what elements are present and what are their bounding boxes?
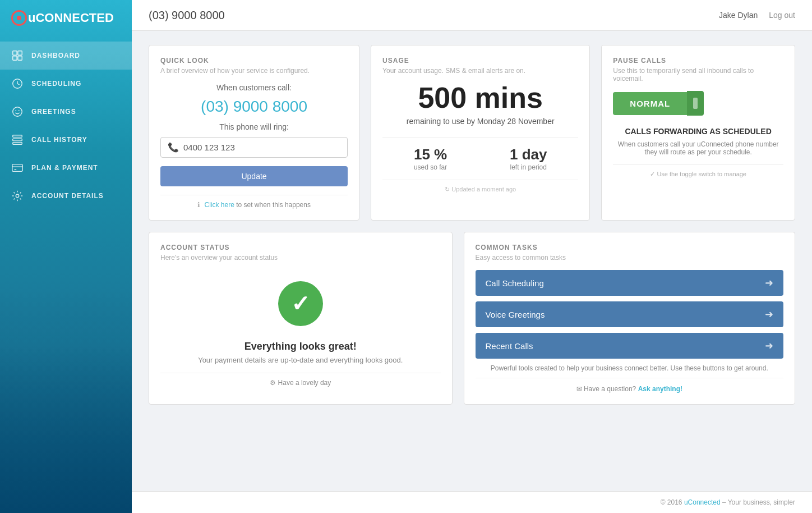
usage-stat-percent: 15 % used so far bbox=[414, 146, 447, 171]
usage-percent-label: used so far bbox=[414, 163, 447, 171]
bottom-cards-row: ACCOUNT STATUS Here's an overview your a… bbox=[149, 232, 795, 405]
normal-toggle-button[interactable]: NORMAL bbox=[613, 92, 687, 115]
sidebar-item-dashboard[interactable]: Dashboard bbox=[0, 42, 132, 70]
usage-card: USAGE Your account usage. SMS & email al… bbox=[371, 45, 590, 221]
arrow-icon-2: ➜ bbox=[765, 340, 773, 352]
display-number: (03) 9000 8000 bbox=[160, 98, 348, 116]
pause-calls-title: PAUSE CALLS bbox=[613, 57, 783, 65]
main-area: (03) 9000 8000 Jake Dylan Log out QUICK … bbox=[132, 0, 812, 513]
toggle-row: NORMAL bbox=[613, 91, 783, 116]
page-footer: © 2016 uConnected – Your business, simpl… bbox=[132, 491, 812, 513]
forwarding-desc: When customers call your uConnected phon… bbox=[613, 140, 783, 156]
logo-text: uCONNECTED bbox=[28, 11, 114, 25]
logo-icon bbox=[11, 10, 27, 26]
svg-point-6 bbox=[15, 110, 16, 111]
account-status-title: ACCOUNT STATUS bbox=[160, 244, 441, 251]
usage-stats: 15 % used so far 1 day left in period bbox=[382, 137, 578, 171]
settings-icon: ⚙ bbox=[270, 379, 276, 387]
header-phone-number: (03) 9000 8000 bbox=[149, 9, 225, 22]
recent-calls-button[interactable]: Recent Calls ➜ bbox=[476, 333, 783, 359]
usage-updated-text: Updated a moment ago bbox=[451, 186, 516, 193]
content-area: QUICK LOOK A brief overview of how your … bbox=[132, 31, 812, 491]
quick-look-subtitle: A brief overview of how your service is … bbox=[160, 67, 348, 75]
footer-link[interactable]: uConnected bbox=[684, 498, 721, 506]
sidebar-background bbox=[0, 288, 132, 513]
checkmark-circle-icon bbox=[278, 281, 323, 326]
pause-calls-card: PAUSE CALLS Use this to temporarily send… bbox=[601, 45, 795, 221]
envelope-icon: ✉ bbox=[576, 385, 582, 393]
svg-rect-8 bbox=[13, 135, 22, 138]
account-status-footer: ⚙ Have a lovely day bbox=[160, 379, 441, 387]
usage-title: USAGE bbox=[382, 57, 578, 65]
sidebar-item-label: Account Details bbox=[31, 192, 104, 200]
arrow-icon-0: ➜ bbox=[765, 277, 773, 289]
ask-text: Have a question? bbox=[584, 385, 636, 393]
quick-look-card: QUICK LOOK A brief overview of how your … bbox=[149, 45, 359, 221]
quick-look-footer: ℹ Click here to set when this happens bbox=[160, 201, 348, 209]
voice-greetings-button[interactable]: Voice Greetings ➜ bbox=[476, 301, 783, 327]
arrow-icon-1: ➜ bbox=[765, 308, 773, 320]
card-icon bbox=[11, 162, 24, 174]
logout-button[interactable]: Log out bbox=[769, 11, 795, 20]
refresh-icon: ↻ bbox=[445, 186, 450, 193]
ask-anything-link[interactable]: Ask anything! bbox=[638, 385, 682, 393]
list-icon bbox=[11, 134, 24, 146]
sidebar-item-scheduling[interactable]: Scheduling bbox=[0, 70, 132, 98]
update-button[interactable]: Update bbox=[160, 166, 348, 186]
forwarding-note: ✓ Use the toggle switch to manage bbox=[613, 171, 783, 178]
svg-rect-10 bbox=[13, 143, 22, 145]
usage-percent-value: 15 % bbox=[414, 146, 447, 163]
sidebar-item-label: Scheduling bbox=[31, 80, 81, 88]
header-username: Jake Dylan bbox=[719, 11, 758, 20]
ask-footer: ✉ Have a question? Ask anything! bbox=[476, 378, 783, 393]
grid-icon bbox=[11, 49, 24, 62]
toggle-indicator bbox=[687, 91, 704, 116]
phone-icon: 📞 bbox=[168, 142, 179, 153]
svg-rect-9 bbox=[13, 139, 22, 141]
usage-remaining-text: remaining to use by Monday 28 November bbox=[382, 117, 578, 126]
sidebar-item-label: Greetings bbox=[31, 108, 76, 116]
account-status-card: ACCOUNT STATUS Here's an overview your a… bbox=[149, 232, 453, 405]
svg-rect-11 bbox=[12, 164, 22, 172]
status-desc-text: Your payment details are up-to-date and … bbox=[160, 356, 441, 364]
sidebar-item-account-details[interactable]: Account Details bbox=[0, 182, 132, 210]
quick-look-title: QUICK LOOK bbox=[160, 57, 348, 65]
sidebar-item-label: Plan & Payment bbox=[31, 164, 98, 172]
usage-updated: ↻ Updated a moment ago bbox=[382, 180, 578, 193]
sidebar-item-plan-payment[interactable]: Plan & Payment bbox=[0, 154, 132, 182]
common-tasks-title: COMMON TASKS bbox=[476, 244, 783, 251]
sidebar-nav: Dashboard Scheduling Greetings bbox=[0, 42, 132, 210]
check-icon: ✓ bbox=[650, 171, 655, 177]
tasks-description: Powerful tools created to help your busi… bbox=[476, 364, 783, 372]
sidebar-item-greetings[interactable]: Greetings bbox=[0, 98, 132, 126]
status-icon-area bbox=[160, 270, 441, 334]
click-here-link[interactable]: Click here bbox=[204, 201, 234, 209]
status-great-text: Everything looks great! bbox=[160, 341, 441, 352]
logo-area: uCONNECTED bbox=[0, 0, 132, 36]
header-user-area: Jake Dylan Log out bbox=[719, 11, 795, 20]
recent-calls-label: Recent Calls bbox=[486, 341, 533, 351]
svg-rect-3 bbox=[18, 56, 22, 60]
svg-point-5 bbox=[13, 107, 22, 117]
ring-number-field: 📞 bbox=[160, 137, 348, 158]
info-icon: ℹ bbox=[197, 201, 200, 209]
gear-icon bbox=[11, 190, 24, 202]
account-status-subtitle: Here's an overview your account status bbox=[160, 254, 441, 262]
footer-text: © 2016 uConnected – Your business, simpl… bbox=[661, 498, 795, 506]
ring-number-input[interactable] bbox=[183, 143, 340, 152]
sidebar-trees-decoration bbox=[0, 345, 132, 513]
footer-text: to set when this happens bbox=[236, 201, 311, 209]
top-cards-row: QUICK LOOK A brief overview of how your … bbox=[149, 45, 795, 221]
sidebar-item-label: Call History bbox=[31, 136, 87, 144]
ring-text: This phone will ring: bbox=[160, 122, 348, 131]
usage-subtitle: Your account usage. SMS & email alerts a… bbox=[382, 67, 578, 75]
clock-icon bbox=[11, 77, 24, 90]
svg-rect-1 bbox=[18, 51, 22, 55]
svg-point-14 bbox=[16, 194, 19, 198]
call-scheduling-button[interactable]: Call Scheduling ➜ bbox=[476, 270, 783, 296]
common-tasks-card: COMMON TASKS Easy access to common tasks… bbox=[464, 232, 795, 405]
header: (03) 9000 8000 Jake Dylan Log out bbox=[132, 0, 812, 31]
sidebar-item-call-history[interactable]: Call History bbox=[0, 126, 132, 154]
sidebar: uCONNECTED Dashboard Scheduling bbox=[0, 0, 132, 513]
have-a-lovely-day-text: Have a lovely day bbox=[278, 379, 331, 387]
